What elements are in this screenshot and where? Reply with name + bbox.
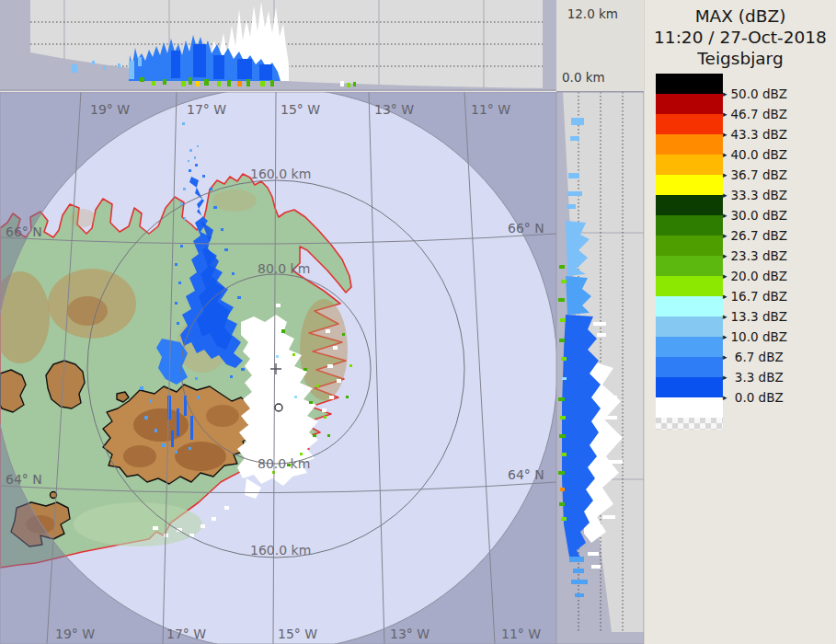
lon-label-bottom: 19° W <box>55 627 95 641</box>
lat-label-right: 64° N <box>508 467 544 482</box>
dbz-threshold-label: ▸10.0 dBZ <box>723 327 787 347</box>
lon-label-bottom: 11° W <box>501 627 541 641</box>
dbz-swatch <box>656 357 723 377</box>
dbz-swatch <box>656 74 723 94</box>
right-cross-section-canvas <box>556 92 644 644</box>
dbz-swatch <box>656 134 723 155</box>
ring-label-160-bottom: 160.0 km <box>250 543 311 558</box>
lon-label-top: 13° W <box>374 102 414 117</box>
lon-label-top: 11° W <box>471 102 510 117</box>
right-cross-section-panel <box>556 92 644 644</box>
threshold-arrow-icon: ▸ <box>723 352 727 362</box>
color-swatch-column <box>656 74 723 430</box>
station-name: Teigsbjarg <box>645 48 836 69</box>
threshold-arrow-icon: ▸ <box>723 332 727 341</box>
dbz-swatch <box>656 377 723 397</box>
dbz-threshold-label: ▸46.7 dBZ <box>723 104 787 124</box>
threshold-arrow-icon: ▸ <box>723 89 727 98</box>
threshold-arrow-icon: ▸ <box>723 130 727 139</box>
dbz-swatch <box>656 256 723 276</box>
threshold-arrow-icon: ▸ <box>723 393 727 402</box>
threshold-arrow-icon: ▸ <box>723 190 727 200</box>
threshold-arrow-icon: ▸ <box>723 170 727 179</box>
product-datetime: 11:20 / 27-Oct-2018 <box>645 27 836 48</box>
lon-label-bottom: 17° W <box>166 627 206 641</box>
radar-display-window: 12.0 km 0.0 km <box>0 0 836 644</box>
legend-sidebar: MAX (dBZ) 11:20 / 27-Oct-2018 Teigsbjarg… <box>644 0 836 644</box>
color-scale-labels: ▸50.0 dBZ▸46.7 dBZ▸43.3 dBZ▸40.0 dBZ▸36.… <box>723 84 787 408</box>
dbz-swatch <box>656 175 723 195</box>
threshold-arrow-icon: ▸ <box>723 231 727 240</box>
dbz-swatch <box>656 215 723 236</box>
dbz-swatch-below-min <box>656 397 723 418</box>
dbz-threshold-label: ▸ 0.0 dBZ <box>723 387 787 408</box>
dbz-threshold-label: ▸23.3 dBZ <box>723 246 787 266</box>
threshold-arrow-icon: ▸ <box>723 312 727 321</box>
lat-label-right: 66° N <box>508 221 544 236</box>
threshold-arrow-icon: ▸ <box>723 271 727 281</box>
height-axis-max-label: 12.0 km <box>567 6 618 21</box>
dbz-swatch <box>656 296 723 316</box>
ring-label-80-top: 80.0 km <box>258 261 310 276</box>
dbz-swatch <box>656 114 723 134</box>
dbz-swatch <box>656 155 723 175</box>
threshold-arrow-icon: ▸ <box>723 150 727 159</box>
lon-label-top: 15° W <box>281 102 320 117</box>
ring-label-160-top: 160.0 km <box>250 167 311 181</box>
ring-label-80-bottom: 80.0 km <box>258 456 310 471</box>
lat-label-left: 64° N <box>6 472 42 487</box>
threshold-arrow-icon: ▸ <box>723 292 727 301</box>
threshold-arrow-icon: ▸ <box>723 109 727 119</box>
dbz-threshold-label: ▸ 6.7 dBZ <box>723 347 787 367</box>
dbz-threshold-label: ▸26.7 dBZ <box>723 225 787 246</box>
product-header: MAX (dBZ) 11:20 / 27-Oct-2018 Teigsbjarg <box>645 0 836 69</box>
top-cross-section-canvas <box>0 0 556 91</box>
lat-label-left: 66° N <box>6 224 42 239</box>
dbz-threshold-label: ▸13.3 dBZ <box>723 306 787 327</box>
dbz-threshold-label: ▸40.0 dBZ <box>723 144 787 165</box>
radar-map: 19° W 17° W 15° W 13° W 11° W 19° W 17° … <box>0 92 556 644</box>
dbz-threshold-label: ▸20.0 dBZ <box>723 266 787 286</box>
threshold-arrow-icon: ▸ <box>723 251 727 260</box>
product-name: MAX (dBZ) <box>645 6 836 27</box>
dbz-threshold-label: ▸43.3 dBZ <box>723 124 787 144</box>
dbz-swatch <box>656 195 723 215</box>
dbz-threshold-label: ▸36.7 dBZ <box>723 165 787 185</box>
dbz-swatch <box>656 236 723 256</box>
threshold-arrow-icon: ▸ <box>723 373 727 382</box>
dbz-swatch <box>656 316 723 337</box>
radar-map-canvas: 19° W 17° W 15° W 13° W 11° W 19° W 17° … <box>0 92 556 644</box>
dbz-swatch-transparent <box>656 418 723 430</box>
dbz-threshold-label: ▸33.3 dBZ <box>723 185 787 205</box>
dbz-swatch <box>656 276 723 296</box>
lon-label-bottom: 15° W <box>278 627 317 641</box>
top-cross-section-panel <box>0 0 556 91</box>
lon-label-top: 17° W <box>187 102 226 117</box>
dbz-threshold-label: ▸16.7 dBZ <box>723 286 787 306</box>
threshold-arrow-icon: ▸ <box>723 211 727 220</box>
dbz-swatch <box>656 337 723 357</box>
dbz-threshold-label: ▸ 3.3 dBZ <box>723 367 787 387</box>
height-axis-min-label: 0.0 km <box>562 70 605 85</box>
lon-label-bottom: 13° W <box>390 627 429 641</box>
height-axis-corner: 12.0 km 0.0 km <box>556 0 644 92</box>
dbz-threshold-label: ▸50.0 dBZ <box>723 84 787 104</box>
dbz-threshold-label: ▸30.0 dBZ <box>723 205 787 225</box>
dbz-swatch <box>656 94 723 114</box>
lon-label-top: 19° W <box>90 102 130 117</box>
